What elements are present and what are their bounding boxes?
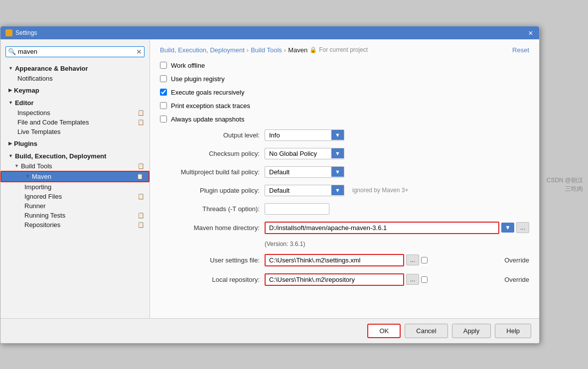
plugins-arrow-icon: ▶ bbox=[8, 141, 12, 146]
output-level-arrow[interactable]: ▼ bbox=[331, 130, 344, 140]
footer: OK Cancel Apply Help bbox=[0, 318, 539, 343]
plugin-update-value: Default bbox=[265, 185, 331, 196]
local-repo-override-wrap: Override bbox=[421, 276, 529, 283]
checksum-policy-value: No Global Policy bbox=[265, 148, 331, 159]
lock-icon: 🔒 bbox=[309, 46, 317, 53]
sidebar-item-importing[interactable]: Importing bbox=[0, 182, 149, 192]
sidebar-item-repositories[interactable]: Repositories 📋 bbox=[0, 220, 149, 230]
keymap-label: Keymap bbox=[14, 87, 39, 94]
work-offline-row: Work offline bbox=[160, 61, 529, 70]
sidebar-item-file-templates[interactable]: File and Code Templates 📋 bbox=[0, 118, 149, 127]
use-plugin-label[interactable]: Use plugin registry bbox=[171, 75, 225, 83]
checksum-policy-dropdown[interactable]: No Global Policy ▼ bbox=[265, 148, 344, 159]
editor-label: Editor bbox=[15, 99, 34, 107]
arrow-icon: ▼ bbox=[8, 66, 13, 71]
build-section[interactable]: ▼ Build, Execution, Deployment bbox=[0, 151, 149, 161]
maven-home-dropdown-btn[interactable]: ▼ bbox=[501, 223, 514, 233]
user-settings-override-wrap: Override bbox=[421, 256, 529, 264]
plugin-update-row: Plugin update policy: Default ▼ ignored … bbox=[160, 183, 529, 198]
multiproject-arrow[interactable]: ▼ bbox=[331, 167, 344, 177]
sidebar-item-runner[interactable]: Runner bbox=[0, 201, 149, 211]
inspections-badge: 📋 bbox=[138, 110, 145, 116]
editor-section[interactable]: ▼ Editor bbox=[0, 98, 149, 108]
always-update-checkbox[interactable] bbox=[160, 116, 167, 123]
user-settings-row: User settings file: ... Override bbox=[160, 252, 529, 268]
maven-home-input[interactable] bbox=[265, 222, 499, 234]
settings-dialog: Settings × 🔍 ✕ ▼ Appearance & Behavior bbox=[0, 26, 540, 344]
plugin-update-dropdown[interactable]: Default ▼ bbox=[265, 185, 344, 196]
local-repo-override-checkbox[interactable] bbox=[421, 276, 428, 283]
appearance-label: Appearance & Behavior bbox=[15, 65, 88, 72]
output-level-dropdown[interactable]: Info ▼ bbox=[265, 129, 344, 141]
multiproject-dropdown[interactable]: Default ▼ bbox=[265, 166, 344, 178]
plugin-update-label: Plugin update policy: bbox=[160, 187, 260, 194]
app-icon bbox=[5, 29, 12, 36]
always-update-label[interactable]: Always update snapshots bbox=[171, 116, 244, 123]
build-tools-badge: 📋 bbox=[138, 163, 145, 169]
maven-home-input-wrap: ▼ ... bbox=[265, 222, 529, 234]
repos-badge: 📋 bbox=[138, 222, 145, 228]
use-plugin-checkbox[interactable] bbox=[160, 75, 167, 82]
sidebar-item-notifications[interactable]: Notifications bbox=[0, 74, 149, 83]
execute-goals-label[interactable]: Execute goals recursively bbox=[171, 89, 244, 96]
threads-row: Threads (-T option): bbox=[160, 202, 529, 216]
local-repo-override-label[interactable]: Override bbox=[430, 276, 529, 283]
local-repo-input-wrap: ... Override bbox=[265, 273, 529, 286]
close-button[interactable]: × bbox=[527, 29, 534, 36]
tree-section-editor: ▼ Editor Inspections 📋 File and Code Tem… bbox=[0, 97, 149, 137]
maven-home-browse-btn[interactable]: ... bbox=[516, 222, 529, 233]
work-offline-label[interactable]: Work offline bbox=[171, 62, 205, 69]
cancel-button[interactable]: Cancel bbox=[405, 324, 447, 338]
sidebar-item-ignored-files[interactable]: Ignored Files 📋 bbox=[0, 192, 149, 201]
multiproject-label: Multiproject build fail policy: bbox=[160, 168, 260, 176]
plugin-update-note: ignored by Maven 3+ bbox=[352, 187, 408, 194]
threads-input[interactable] bbox=[265, 203, 329, 215]
breadcrumb-current: Maven bbox=[288, 46, 307, 54]
watermark: CSDN @朝汉三吃肉 bbox=[540, 173, 588, 196]
local-repo-input[interactable] bbox=[265, 273, 404, 286]
build-tools-arrow: ▼ bbox=[14, 163, 19, 168]
sidebar-item-maven[interactable]: ▼ Maven 📋 bbox=[0, 171, 149, 182]
tree-section-build: ▼ Build, Execution, Deployment ▼ Build T… bbox=[0, 150, 149, 231]
sidebar-item-build-tools[interactable]: ▼ Build Tools 📋 bbox=[0, 161, 149, 171]
plugins-section[interactable]: ▶ Plugins bbox=[0, 138, 149, 149]
checksum-policy-arrow[interactable]: ▼ bbox=[331, 148, 344, 158]
breadcrumb-path: Build, Execution, Deployment › Build Too… bbox=[160, 46, 368, 54]
breadcrumb-info: 🔒 For current project bbox=[309, 46, 368, 53]
sidebar-item-live-templates[interactable]: Live Templates bbox=[0, 127, 149, 136]
breadcrumb-part2[interactable]: Build Tools bbox=[251, 46, 282, 54]
work-offline-checkbox[interactable] bbox=[160, 62, 167, 69]
apply-button[interactable]: Apply bbox=[452, 324, 491, 338]
title-bar-left: Settings bbox=[5, 29, 37, 36]
running-tests-badge: 📋 bbox=[138, 212, 145, 219]
sidebar-item-running-tests[interactable]: Running Tests 📋 bbox=[0, 211, 149, 220]
file-templates-badge: 📋 bbox=[138, 119, 145, 125]
search-clear-icon[interactable]: ✕ bbox=[136, 48, 142, 56]
breadcrumb-part1[interactable]: Build, Execution, Deployment bbox=[160, 46, 245, 54]
help-button[interactable]: Help bbox=[495, 324, 531, 338]
print-exception-label[interactable]: Print exception stack traces bbox=[171, 102, 250, 110]
user-settings-override-checkbox[interactable] bbox=[421, 257, 428, 263]
sidebar: 🔍 ✕ ▼ Appearance & Behavior Notification… bbox=[0, 39, 150, 318]
appearance-section[interactable]: ▼ Appearance & Behavior bbox=[0, 63, 149, 74]
user-settings-override-label[interactable]: Override bbox=[430, 256, 529, 264]
user-settings-input[interactable] bbox=[265, 254, 404, 266]
keymap-section[interactable]: ▶ Keymap bbox=[0, 85, 149, 96]
checksum-policy-row: Checksum policy: No Global Policy ▼ bbox=[160, 146, 529, 161]
plugin-update-arrow[interactable]: ▼ bbox=[331, 185, 344, 195]
reset-link[interactable]: Reset bbox=[512, 46, 529, 54]
execute-goals-checkbox[interactable] bbox=[160, 89, 167, 96]
print-exception-checkbox[interactable] bbox=[160, 102, 167, 109]
print-exception-row: Print exception stack traces bbox=[160, 101, 529, 111]
always-update-row: Always update snapshots bbox=[160, 115, 529, 124]
tree-section-keymap: ▶ Keymap bbox=[0, 84, 149, 97]
local-repo-browse-btn[interactable]: ... bbox=[406, 274, 419, 285]
local-repo-label: Local repository: bbox=[160, 276, 260, 283]
user-settings-browse-btn[interactable]: ... bbox=[406, 254, 419, 265]
ok-button[interactable]: OK bbox=[367, 324, 401, 338]
search-input[interactable] bbox=[18, 48, 136, 55]
maven-arrow: ▼ bbox=[25, 174, 30, 179]
main-content: 🔍 ✕ ▼ Appearance & Behavior Notification… bbox=[0, 39, 539, 318]
ignored-badge: 📋 bbox=[138, 193, 145, 200]
sidebar-item-inspections[interactable]: Inspections 📋 bbox=[0, 108, 149, 118]
